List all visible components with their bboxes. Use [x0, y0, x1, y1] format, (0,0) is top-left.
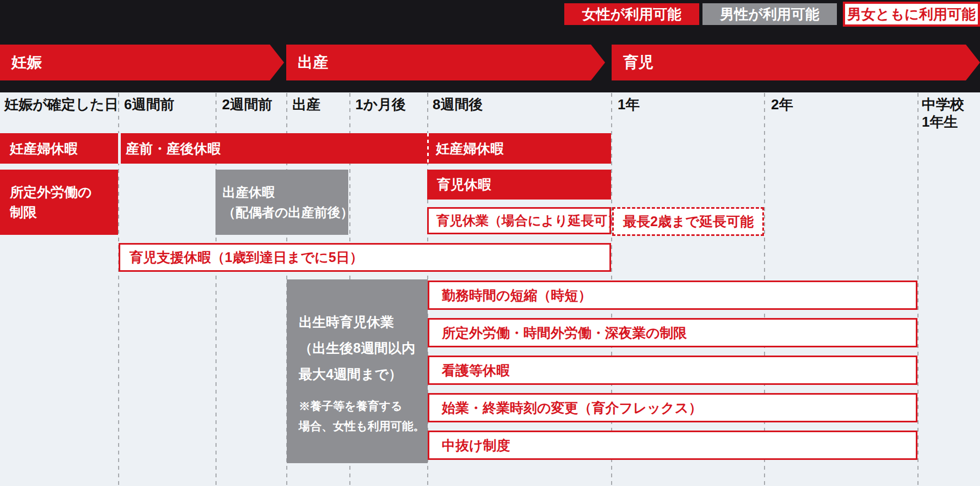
box-label-flex-start-end-time: 始業・終業時刻の変更（育介フレックス） [442, 399, 702, 417]
birth-time-leave-note1: ※養子等を養育する [299, 396, 402, 416]
box-shortened-working-hours: 勤務時間の短縮（時短） [428, 281, 917, 310]
tick-label-junior-high: 中学校 1年生 [922, 96, 964, 130]
divider-dashed [427, 133, 429, 164]
box-label-childcare-support-leave: 育児支援休暇（1歳到達日までに5日） [130, 248, 363, 266]
birth-time-leave-line1: 出生時育児休業 [299, 309, 394, 335]
tick-label-8weeks-after: 8週間後 [433, 96, 483, 113]
bar-label-overtime-line1: 所定外労働の [10, 182, 92, 202]
phase-label-birth: 出産 [298, 52, 328, 73]
divider-solid [118, 133, 121, 164]
bar-label-maternity-leave: 妊産婦休暇 [10, 140, 78, 158]
phase-label-childcare: 育児 [623, 52, 654, 73]
bar-label-prenatal-postnatal-leave: 産前・産後休暇 [126, 140, 221, 158]
phase-arrow-birth: 出産 [286, 45, 605, 80]
tick-label-junior-high-line1: 中学校 [922, 96, 964, 113]
tick-label-junior-high-line2: 1年生 [922, 113, 964, 130]
box-label-mid-day-break-system: 中抜け制度 [442, 437, 510, 454]
legend-chip-female: 女性が利用可能 [564, 3, 699, 25]
bar-label-overtime-line2: 制限 [10, 202, 37, 222]
bar-childcare-kyuka: 育児休暇 [427, 170, 611, 200]
bar-label-childcare-kyuka: 育児休暇 [437, 176, 491, 194]
box-label-nursing-leave: 看護等休暇 [442, 362, 510, 379]
birth-time-leave-note2: 場合、女性も利用可能。 [299, 416, 425, 436]
parental-leave-timeline-diagram: 女性が利用可能 男性が利用可能 男女ともに利用可能 妊娠 出産 育児 妊娠が確定… [0, 0, 980, 486]
box-label-extension-to-age2: 最長2歳まで延長可能 [623, 213, 754, 230]
box-extension-to-age2: 最長2歳まで延長可能 [612, 207, 764, 236]
tick-label-6weeks-before: 6週間前 [124, 96, 174, 113]
box-label-shortened-working-hours: 勤務時間の短縮（時短） [442, 286, 592, 304]
tick-label-birth: 出産 [292, 96, 320, 113]
bar-label-spouse-birth-line2: （配偶者の出産前後） [223, 202, 354, 222]
box-birth-time-childcare-leave: 出生時育児休業 （出生後8週間以内 最大4週間まで） ※養子等を養育する 場合、… [287, 279, 428, 463]
tick-label-pregnancy-confirmed: 妊娠が確定した日 [4, 96, 119, 113]
legend-chip-both: 男女ともに利用可能 [843, 2, 980, 27]
box-mid-day-break-system: 中抜け制度 [428, 431, 917, 460]
bar-label-spouse-birth-line1: 出産休暇 [223, 182, 275, 202]
box-label-overtime-nightwork-restriction: 所定外労働・時間外労働・深夜業の制限 [442, 324, 687, 342]
bar-label-maternity-leave-after: 妊産婦休暇 [436, 140, 504, 158]
tick-label-1year: 1年 [618, 96, 639, 113]
box-overtime-nightwork-restriction: 所定外労働・時間外労働・深夜業の制限 [428, 318, 917, 347]
phase-arrow-childcare: 育児 [612, 45, 980, 80]
box-nursing-leave: 看護等休暇 [428, 356, 917, 385]
box-flex-start-end-time: 始業・終業時刻の変更（育介フレックス） [428, 393, 917, 422]
box-childcare-support-leave: 育児支援休暇（1歳到達日までに5日） [119, 243, 611, 272]
birth-time-leave-line2: （出生後8週間以内 [299, 335, 415, 361]
phase-arrow-pregnancy: 妊娠 [0, 45, 284, 80]
legend-chip-male: 男性が利用可能 [702, 3, 837, 25]
tick-label-1month-after: 1か月後 [355, 96, 406, 113]
bar-spouse-birth-leave: 出産休暇 （配偶者の出産前後） [215, 170, 348, 235]
birth-time-leave-line3: 最大4週間まで） [299, 361, 402, 387]
tick-label-2years: 2年 [771, 96, 793, 113]
bar-maternity-band: 妊産婦休暇 産前・産後休暇 妊産婦休暇 [0, 133, 611, 164]
gridline-junior-high [917, 93, 919, 486]
box-label-childcare-kyugyo: 育児休業（場合により延長可） [436, 212, 620, 229]
box-childcare-kyugyo: 育児休業（場合により延長可） [427, 207, 611, 234]
bar-overtime-restriction: 所定外労働の 制限 [0, 170, 118, 235]
phase-label-pregnancy: 妊娠 [11, 52, 42, 73]
tick-label-2weeks-before: 2週間前 [222, 96, 272, 113]
